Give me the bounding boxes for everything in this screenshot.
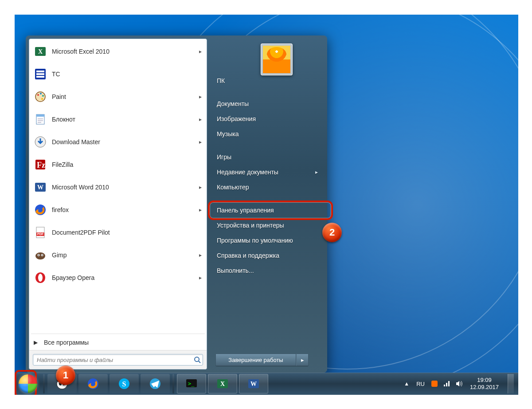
all-programs-label: Все программы <box>44 339 89 346</box>
skype-icon: S <box>117 377 131 390</box>
nav-item-control-panel[interactable]: Панель управления <box>210 203 325 218</box>
svg-point-32 <box>195 357 199 362</box>
taskbar-app-excel[interactable]: X <box>208 374 237 393</box>
tray-app-icon[interactable] <box>430 379 439 388</box>
taskbar-app-cmd[interactable]: >_ <box>177 374 206 393</box>
recent-programs-list: XMicrosoft Excel 2010▸TCPaint▸Блокнот▸Do… <box>29 39 207 333</box>
nav-item[interactable]: Устройства и принтеры <box>210 218 325 233</box>
show-desktop-button[interactable] <box>508 374 514 393</box>
svg-point-29 <box>42 255 43 256</box>
desktop: XMicrosoft Excel 2010▸TCPaint▸Блокнот▸Do… <box>15 15 518 395</box>
nav-label: Справка и поддержка <box>217 252 279 259</box>
nav-item[interactable]: Программы по умолчанию <box>210 233 325 248</box>
callout-marker-2: 2 <box>322 223 342 242</box>
pdf-icon: PDF <box>33 225 47 240</box>
nav-item[interactable]: Игры <box>210 149 325 165</box>
svg-rect-49 <box>431 381 438 387</box>
windows-orb-icon <box>19 374 37 393</box>
chevron-right-icon: ▸ <box>199 139 203 145</box>
firefox-icon <box>86 377 100 390</box>
excel-icon: X <box>33 44 47 59</box>
svg-point-7 <box>37 94 39 96</box>
dm-icon <box>33 135 47 149</box>
svg-text:W: W <box>250 381 257 387</box>
program-item[interactable]: Браузер Opera▸ <box>30 266 206 289</box>
program-item[interactable]: TC <box>30 63 206 85</box>
program-label: TC <box>52 71 203 78</box>
tray-overflow-button[interactable]: ▲ <box>402 381 411 387</box>
word-icon: W <box>247 377 260 390</box>
program-item[interactable]: WMicrosoft Word 2010▸ <box>30 176 206 198</box>
all-programs-button[interactable]: ▶ Все программы <box>29 335 207 350</box>
search-icon <box>194 356 201 363</box>
shutdown-more-button[interactable]: ▸ <box>296 354 309 366</box>
svg-point-8 <box>40 93 42 94</box>
shutdown-button[interactable]: Завершение работы <box>215 354 296 366</box>
nav-label: Недавние документы <box>217 169 278 176</box>
program-item[interactable]: Download Master▸ <box>30 130 206 153</box>
chevron-right-icon: ▸ <box>199 252 203 258</box>
clock[interactable]: 19:09 12.09.2017 <box>467 377 501 390</box>
program-item[interactable]: Gimp▸ <box>30 244 206 266</box>
search-input[interactable] <box>33 354 203 366</box>
svg-rect-4 <box>36 73 44 75</box>
svg-line-33 <box>199 361 200 363</box>
search-text[interactable] <box>37 357 194 363</box>
nav-item[interactable]: Справка и поддержка <box>210 248 325 263</box>
start-menu-right-pane: ПКДокументыИзображенияМузыкаИгрыНедавние… <box>210 39 325 370</box>
nav-label: Панель управления <box>217 207 274 214</box>
program-label: Gimp <box>52 252 199 259</box>
speaker-icon[interactable] <box>455 379 464 388</box>
chevron-right-icon: ▸ <box>199 184 203 190</box>
nav-item[interactable]: Изображения <box>210 111 325 126</box>
svg-rect-5 <box>36 76 44 78</box>
taskbar: S >_XW ▲ RU 19:09 12.09.2017 <box>15 373 518 395</box>
start-menu-left-pane: XMicrosoft Excel 2010▸TCPaint▸Блокнот▸Do… <box>29 39 207 370</box>
program-item[interactable]: FzFileZilla <box>30 153 206 176</box>
nav-item[interactable]: Музыка <box>210 126 325 142</box>
svg-point-31 <box>38 274 43 282</box>
svg-text:X: X <box>220 381 225 387</box>
taskbar-app-skype[interactable]: S <box>110 374 139 393</box>
nav-item[interactable]: Компьютер <box>210 180 325 195</box>
chevron-right-icon: ▸ <box>199 275 203 281</box>
nav-label: Изображения <box>217 115 256 122</box>
notepad-icon <box>33 112 47 126</box>
program-item[interactable]: XMicrosoft Excel 2010▸ <box>30 40 206 63</box>
program-item[interactable]: Блокнот▸ <box>30 108 206 130</box>
svg-point-9 <box>42 95 44 97</box>
excel-icon: X <box>216 377 229 390</box>
user-avatar[interactable] <box>261 43 293 75</box>
filezilla-icon: Fz <box>33 157 47 172</box>
program-item[interactable]: Paint▸ <box>30 85 206 108</box>
taskbar-app-word[interactable]: W <box>239 374 268 393</box>
chevron-right-icon: ▸ <box>199 116 203 122</box>
chevron-right-icon: ▸ <box>199 94 203 100</box>
taskbar-app-firefox[interactable] <box>78 374 108 393</box>
svg-point-10 <box>41 98 43 100</box>
start-button[interactable] <box>15 373 41 395</box>
nav-item[interactable]: Выполнить... <box>210 263 325 278</box>
nav-label: Программы по умолчанию <box>217 237 293 244</box>
nav-item[interactable]: ПК <box>210 73 325 88</box>
nav-label: Компьютер <box>217 184 249 191</box>
nav-item[interactable]: Документы <box>210 96 325 111</box>
nav-label: Выполнить... <box>217 267 254 274</box>
taskbar-app-telegram[interactable] <box>141 374 170 393</box>
nav-item[interactable]: Недавние документы▸ <box>210 165 325 180</box>
network-icon[interactable] <box>442 379 451 388</box>
program-label: Download Master <box>52 138 199 146</box>
system-tray: ▲ RU 19:09 12.09.2017 <box>402 374 518 393</box>
shutdown-split-button: Завершение работы ▸ <box>215 354 309 366</box>
program-label: Блокнот <box>52 116 199 123</box>
chevron-right-icon: ▸ <box>301 357 304 363</box>
svg-rect-3 <box>36 71 44 72</box>
program-item[interactable]: PDFDocument2PDF Pilot <box>30 221 206 244</box>
svg-text:X: X <box>38 48 43 55</box>
program-item[interactable]: firefox▸ <box>30 198 206 221</box>
nav-label: ПК <box>217 77 225 84</box>
language-indicator[interactable]: RU <box>415 380 426 388</box>
clock-time: 19:09 <box>470 377 499 384</box>
program-label: Браузер Opera <box>52 274 199 281</box>
telegram-icon <box>149 377 162 390</box>
